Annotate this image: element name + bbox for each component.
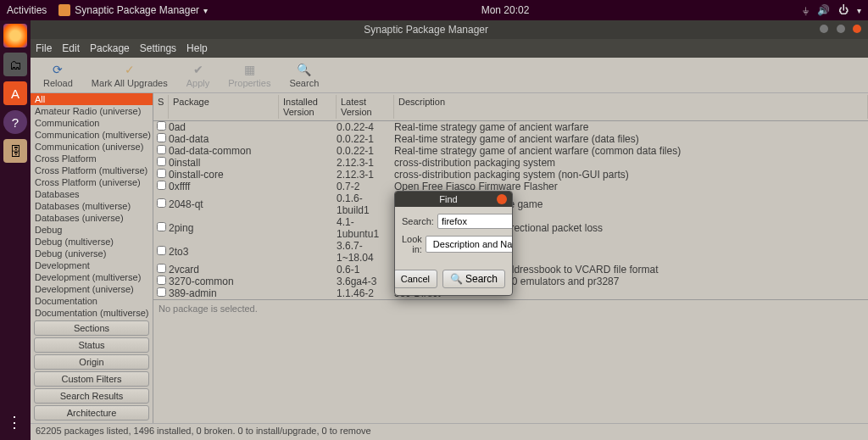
clock-label[interactable]: Mon 20:02 (208, 4, 803, 16)
package-checkbox[interactable] (157, 264, 166, 273)
latest-version: 1.1.46-2 (337, 287, 394, 299)
mark-all-upgrades-button[interactable]: ✓Mark All Upgrades (82, 59, 177, 91)
appmenu-label: Synaptic Package Manager (75, 4, 199, 16)
toolbar: ⟳Reload ✓Mark All Upgrades ✔Apply ▦Prope… (31, 58, 868, 93)
category-item[interactable]: Debug (multiverse) (31, 236, 153, 248)
package-row[interactable]: 0ad-data0.0.22-1Real-time strategy game … (153, 133, 868, 145)
chevron-down-icon[interactable]: ▾ (857, 6, 861, 15)
latest-version: 0.0.22-1 (337, 145, 394, 157)
package-row[interactable]: 0install2.12.3-1cross-distribution packa… (153, 157, 868, 169)
menu-help[interactable]: Help (186, 42, 208, 54)
package-checkbox[interactable] (157, 157, 166, 166)
col-description[interactable]: Description (394, 95, 868, 119)
category-item[interactable]: Development (universe) (31, 283, 153, 295)
package-checkbox[interactable] (157, 198, 166, 208)
package-checkbox[interactable] (157, 121, 166, 131)
firefox-launcher-icon[interactable] (3, 24, 27, 47)
sections-button[interactable]: Sections (34, 320, 149, 336)
cancel-button[interactable]: Cancel (394, 270, 437, 288)
col-installed-version[interactable]: Installed Version (279, 95, 337, 119)
upgrade-icon: ✓ (122, 62, 137, 77)
network-icon[interactable]: ⏚ (803, 4, 809, 16)
category-item[interactable]: Cross Platform (31, 153, 153, 164)
category-item[interactable]: All (31, 93, 153, 105)
search-button[interactable]: 🔍Search (280, 59, 328, 91)
apply-icon: ✔ (191, 62, 206, 77)
package-checkbox[interactable] (157, 133, 166, 142)
package-name: 0xffff (169, 181, 279, 192)
latest-version: 0.6-1 (337, 264, 394, 276)
category-item[interactable]: Communication (universe) (31, 141, 153, 153)
package-checkbox[interactable] (157, 276, 166, 285)
origin-button[interactable]: Origin (34, 354, 149, 370)
dialog-close-icon[interactable] (497, 194, 507, 204)
window-title: Synaptic Package Manager (37, 24, 815, 36)
category-item[interactable]: Development (multiverse) (31, 271, 153, 283)
menu-settings[interactable]: Settings (140, 42, 176, 54)
category-item[interactable]: Databases (31, 188, 153, 200)
properties-icon: ▦ (242, 62, 257, 77)
package-checkbox[interactable] (157, 287, 166, 297)
category-list[interactable]: AllAmateur Radio (universe)Communication… (31, 93, 153, 318)
architecture-button[interactable]: Architecture (34, 405, 149, 421)
reload-button[interactable]: ⟳Reload (34, 59, 82, 91)
category-item[interactable]: Debug (universe) (31, 248, 153, 259)
menu-edit[interactable]: Edit (62, 42, 80, 54)
synaptic-icon (58, 4, 70, 16)
maximize-icon[interactable] (837, 25, 845, 33)
volume-icon[interactable]: 🔊 (817, 4, 830, 16)
search-input[interactable] (437, 214, 513, 229)
software-launcher-icon[interactable]: A (3, 81, 27, 105)
statusbar: 62205 packages listed, 1496 installed, 0… (31, 423, 868, 440)
package-row[interactable]: 0ad0.0.22-4Real-time strategy game of an… (153, 121, 868, 133)
package-row[interactable]: 0ad-data-common0.0.22-1Real-time strateg… (153, 145, 868, 157)
latest-version: 2.12.3-1 (337, 157, 394, 169)
category-item[interactable]: Development (31, 259, 153, 271)
appmenu-button[interactable]: Synaptic Package Manager ▾ (58, 4, 208, 16)
custom-filters-button[interactable]: Custom Filters (34, 371, 149, 387)
activities-button[interactable]: Activities (7, 4, 47, 16)
minimize-icon[interactable] (820, 25, 828, 33)
category-item[interactable]: Databases (multiverse) (31, 200, 153, 212)
dialog-search-button[interactable]: 🔍Search (442, 270, 505, 288)
category-item[interactable]: Documentation (multiverse) (31, 307, 153, 318)
col-latest-version[interactable]: Latest Version (337, 95, 394, 119)
files-launcher-icon[interactable]: 🗂 (3, 53, 27, 76)
power-icon[interactable]: ⏻ (838, 4, 849, 16)
status-button[interactable]: Status (34, 337, 149, 353)
category-item[interactable]: Communication (multiverse) (31, 129, 153, 141)
package-checkbox[interactable] (157, 181, 166, 190)
package-checkbox[interactable] (157, 246, 166, 255)
window-titlebar[interactable]: Synaptic Package Manager (31, 20, 868, 39)
package-row[interactable]: 0install-core2.12.3-1cross-distribution … (153, 169, 868, 181)
search-results-button[interactable]: Search Results (34, 388, 149, 404)
category-item[interactable]: Cross Platform (multiverse) (31, 164, 153, 176)
package-list-header[interactable]: S Package Installed Version Latest Versi… (153, 93, 868, 121)
category-item[interactable]: Cross Platform (universe) (31, 176, 153, 188)
lookin-select[interactable]: Description and Name (426, 236, 513, 253)
category-item[interactable]: Amateur Radio (universe) (31, 105, 153, 117)
archive-launcher-icon[interactable]: 🗄 (3, 139, 27, 163)
col-status[interactable]: S (153, 95, 169, 119)
search-icon: 🔍 (297, 62, 312, 77)
package-checkbox[interactable] (157, 169, 166, 178)
package-detail: No package is selected. (153, 299, 868, 423)
latest-version: 2.12.3-1 (337, 169, 394, 181)
menu-file[interactable]: File (36, 42, 52, 54)
category-item[interactable]: Documentation (31, 295, 153, 307)
package-name: 0ad-data (169, 133, 279, 145)
category-item[interactable]: Debug (31, 224, 153, 236)
menubar: File Edit Package Settings Help (31, 39, 868, 58)
close-icon[interactable] (853, 25, 861, 33)
category-item[interactable]: Databases (universe) (31, 212, 153, 224)
menu-package[interactable]: Package (90, 42, 130, 54)
package-checkbox[interactable] (157, 145, 166, 154)
help-launcher-icon[interactable]: ? (3, 110, 27, 134)
lookin-label: Look in: (402, 234, 422, 254)
category-item[interactable]: Communication (31, 117, 153, 129)
package-checkbox[interactable] (157, 222, 166, 231)
latest-version: 0.7-2 (337, 181, 394, 192)
col-package[interactable]: Package (169, 95, 279, 119)
dialog-titlebar[interactable]: Find (395, 192, 512, 207)
latest-version: 0.1.6-1build1 (337, 192, 394, 216)
